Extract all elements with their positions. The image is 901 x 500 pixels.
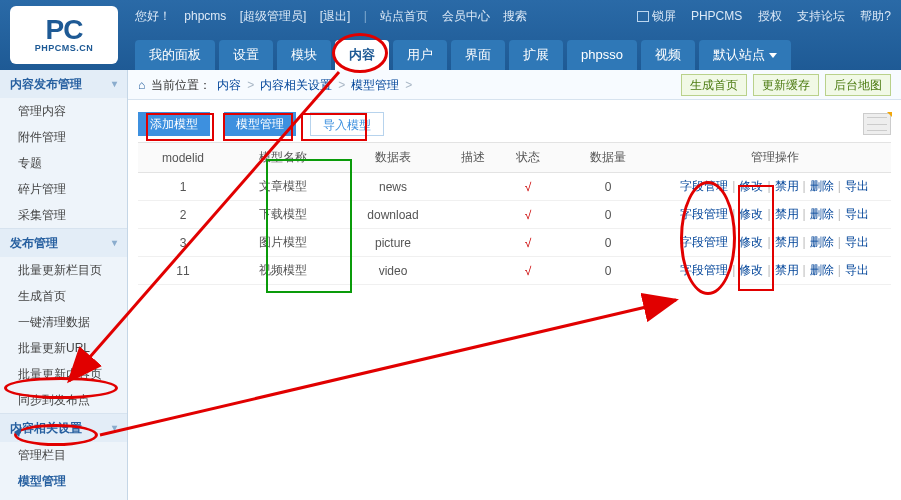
home-icon[interactable]: ⌂ xyxy=(138,70,145,100)
forum-link[interactable]: 支持论坛 xyxy=(797,9,845,23)
import-model-button[interactable]: 导入模型 xyxy=(310,112,384,136)
op-field[interactable]: 字段管理 xyxy=(680,207,728,221)
op-export[interactable]: 导出 xyxy=(845,263,869,277)
side-group-0[interactable]: 内容发布管理▾ xyxy=(0,70,127,98)
nav-tab-1[interactable]: 设置 xyxy=(219,40,273,70)
nav-tab-2[interactable]: 模块 xyxy=(277,40,331,70)
gen-home-button[interactable]: 生成首页 xyxy=(681,74,747,96)
nav-tab-0[interactable]: 我的面板 xyxy=(135,40,215,70)
op-del[interactable]: 删除 xyxy=(810,207,834,221)
help-link[interactable]: 帮助? xyxy=(860,9,891,23)
cell-desc xyxy=(448,229,498,257)
side-item-1-1[interactable]: 生成首页 xyxy=(0,283,127,309)
cell-desc xyxy=(448,173,498,201)
chevron-icon: ▾ xyxy=(112,229,117,257)
crumb-settings[interactable]: 内容相关设置 xyxy=(260,70,332,100)
cell-status: √ xyxy=(498,257,558,285)
op-field[interactable]: 字段管理 xyxy=(680,179,728,193)
op-edit[interactable]: 修改 xyxy=(739,179,763,193)
op-disable[interactable]: 禁用 xyxy=(775,179,799,193)
monitor-icon xyxy=(637,11,649,22)
layout-toggle-icon[interactable] xyxy=(863,113,891,135)
side-item-2-2[interactable]: 类别管理 xyxy=(0,494,127,500)
default-site-tab[interactable]: 默认站点 xyxy=(699,40,791,70)
user-role: [超级管理员] xyxy=(240,9,307,23)
search-link[interactable]: 搜索 xyxy=(503,9,527,23)
op-disable[interactable]: 禁用 xyxy=(775,207,799,221)
side-item-2-1[interactable]: 模型管理 xyxy=(0,468,127,494)
site-home-link[interactable]: 站点首页 xyxy=(380,9,428,23)
greeting-bar: 您好！ phpcms [超级管理员] [退出] | 站点首页 会员中心 搜索 xyxy=(135,8,537,25)
cell-desc xyxy=(448,257,498,285)
side-group-2[interactable]: 内容相关设置▾ xyxy=(0,414,127,442)
op-edit[interactable]: 修改 xyxy=(739,235,763,249)
lock-link[interactable]: 锁屏 xyxy=(637,9,676,23)
op-disable[interactable]: 禁用 xyxy=(775,263,799,277)
side-item-1-4[interactable]: 批量更新内容页 xyxy=(0,361,127,387)
col-table: 数据表 xyxy=(338,143,448,173)
op-export[interactable]: 导出 xyxy=(845,235,869,249)
cell-desc xyxy=(448,201,498,229)
cell-status: √ xyxy=(498,229,558,257)
side-item-0-3[interactable]: 碎片管理 xyxy=(0,176,127,202)
license-link[interactable]: 授权 xyxy=(758,9,782,23)
logout-link[interactable]: [退出] xyxy=(320,9,351,23)
nav-tab-4[interactable]: 用户 xyxy=(393,40,447,70)
add-model-button[interactable]: 添加模型 xyxy=(138,112,210,136)
side-item-0-0[interactable]: 管理内容 xyxy=(0,98,127,124)
manage-model-button[interactable]: 模型管理 xyxy=(224,112,296,136)
update-cache-button[interactable]: 更新缓存 xyxy=(753,74,819,96)
side-item-0-1[interactable]: 附件管理 xyxy=(0,124,127,150)
side-item-1-0[interactable]: 批量更新栏目页 xyxy=(0,257,127,283)
logo: PC PHPCMS.CN xyxy=(10,6,118,64)
cell-count: 0 xyxy=(558,229,658,257)
nav-tab-3[interactable]: 内容 xyxy=(335,40,389,70)
op-del[interactable]: 删除 xyxy=(810,263,834,277)
sitemap-button[interactable]: 后台地图 xyxy=(825,74,891,96)
op-export[interactable]: 导出 xyxy=(845,207,869,221)
nav-tab-6[interactable]: 扩展 xyxy=(509,40,563,70)
cell-name: 文章模型 xyxy=(228,173,338,201)
op-edit[interactable]: 修改 xyxy=(739,207,763,221)
table-row: 2下载模型download√0字段管理|修改|禁用|删除|导出 xyxy=(138,201,891,229)
cell-name: 视频模型 xyxy=(228,257,338,285)
cell-ops: 字段管理|修改|禁用|删除|导出 xyxy=(658,257,891,285)
side-item-1-5[interactable]: 同步到发布点 xyxy=(0,387,127,413)
header: PC PHPCMS.CN 您好！ phpcms [超级管理员] [退出] | 站… xyxy=(0,0,901,70)
op-field[interactable]: 字段管理 xyxy=(680,235,728,249)
username-link[interactable]: phpcms xyxy=(184,9,226,23)
cell-table: picture xyxy=(338,229,448,257)
op-export[interactable]: 导出 xyxy=(845,179,869,193)
op-del[interactable]: 删除 xyxy=(810,179,834,193)
side-item-1-3[interactable]: 批量更新URL xyxy=(0,335,127,361)
op-field[interactable]: 字段管理 xyxy=(680,263,728,277)
side-item-0-4[interactable]: 采集管理 xyxy=(0,202,127,228)
cell-id: 3 xyxy=(138,229,228,257)
header-utils: 锁屏 PHPCMS 授权 支持论坛 帮助? xyxy=(625,8,891,25)
side-item-2-0[interactable]: 管理栏目 xyxy=(0,442,127,468)
nav-tab-7[interactable]: phpsso xyxy=(567,40,637,70)
phpcms-link[interactable]: PHPCMS xyxy=(691,9,742,23)
chevron-icon: ▾ xyxy=(112,414,117,442)
main-nav: 我的面板设置模块内容用户界面扩展phpsso视频默认站点 xyxy=(135,36,791,70)
op-disable[interactable]: 禁用 xyxy=(775,235,799,249)
cell-table: video xyxy=(338,257,448,285)
cell-ops: 字段管理|修改|禁用|删除|导出 xyxy=(658,201,891,229)
nav-tab-5[interactable]: 界面 xyxy=(451,40,505,70)
side-item-0-2[interactable]: 专题 xyxy=(0,150,127,176)
side-item-1-2[interactable]: 一键清理数据 xyxy=(0,309,127,335)
table-row: 11视频模型video√0字段管理|修改|禁用|删除|导出 xyxy=(138,257,891,285)
member-center-link[interactable]: 会员中心 xyxy=(442,9,490,23)
op-del[interactable]: 删除 xyxy=(810,235,834,249)
op-edit[interactable]: 修改 xyxy=(739,263,763,277)
breadcrumb: ⌂ 当前位置： 内容 > 内容相关设置 > 模型管理 > 生成首页 更新缓存 后… xyxy=(128,70,901,100)
col-desc: 描述 xyxy=(448,143,498,173)
crumb-content[interactable]: 内容 xyxy=(217,70,241,100)
cell-table: download xyxy=(338,201,448,229)
crumb-model[interactable]: 模型管理 xyxy=(351,70,399,100)
nav-tab-8[interactable]: 视频 xyxy=(641,40,695,70)
model-table: modelid 模型名称 数据表 描述 状态 数据量 管理操作 1文章模型new… xyxy=(138,142,891,285)
cell-count: 0 xyxy=(558,173,658,201)
cell-name: 下载模型 xyxy=(228,201,338,229)
side-group-1[interactable]: 发布管理▾ xyxy=(0,229,127,257)
